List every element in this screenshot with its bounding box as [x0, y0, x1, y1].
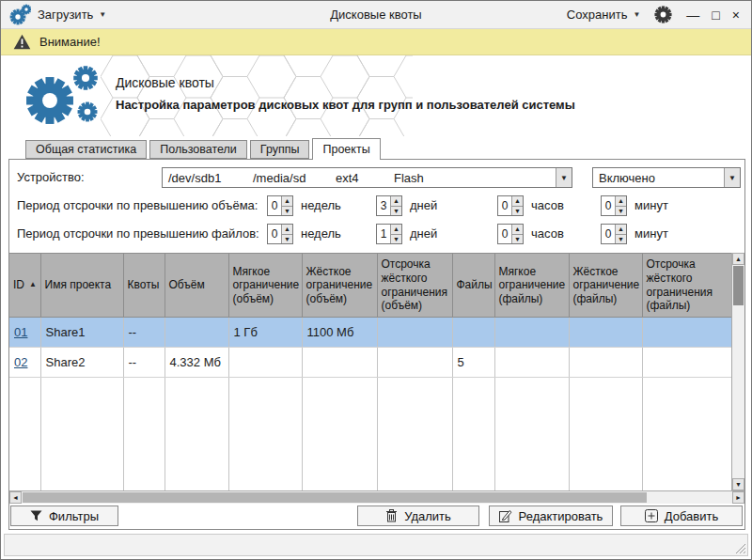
spin-value[interactable]: 0 — [498, 225, 511, 243]
grace-volume-hours-spinbox[interactable]: 0 ▲▼ — [497, 195, 524, 216]
dropdown-arrow-icon[interactable]: ▼ — [724, 168, 740, 187]
tab-users[interactable]: Пользователи — [149, 140, 247, 159]
save-menu-button[interactable]: Сохранить ▼ — [567, 8, 641, 22]
delete-button[interactable]: Удалить — [357, 506, 479, 526]
grace-volume-label: Период отсрочки по превышению объёма: — [17, 195, 258, 216]
grace-volume-minutes-spinbox[interactable]: 0 ▲▼ — [601, 195, 627, 216]
project-id-link[interactable]: 02 — [14, 355, 27, 369]
spin-up-icon[interactable]: ▲ — [616, 196, 626, 207]
spin-up-icon[interactable]: ▲ — [282, 225, 292, 235]
save-menu-label: Сохранить — [567, 8, 628, 22]
table-row[interactable]: 01 Share1 -- 1 Гб 1100 Мб — [9, 318, 731, 348]
tab-general-stats[interactable]: Общая статистика — [25, 140, 147, 159]
scroll-down-icon[interactable]: ▼ — [732, 478, 744, 490]
resize-grip[interactable] — [734, 542, 746, 554]
spin-down-icon[interactable]: ▼ — [616, 235, 626, 244]
device-mount-point: /media/sd — [253, 171, 336, 185]
device-name: Flash — [394, 171, 424, 185]
spin-value[interactable]: 1 — [377, 225, 390, 243]
spin-value[interactable]: 0 — [268, 225, 281, 243]
grace-files-minutes-spinbox[interactable]: 0 ▲▼ — [601, 224, 627, 244]
unit-label-hours: часов — [531, 224, 564, 244]
scroll-up-icon[interactable]: ▲ — [732, 253, 744, 265]
column-header-quotas[interactable]: Квоты — [123, 254, 164, 318]
grace-volume-weeks-spinbox[interactable]: 0 ▲▼ — [267, 195, 293, 216]
column-header-project-name[interactable]: Имя проекта — [40, 254, 123, 318]
table-row[interactable]: 02 Share2 -- 4.332 Мб 5 — [9, 348, 731, 378]
spin-value[interactable]: 0 — [268, 196, 281, 215]
vertical-scrollbar-thumb[interactable] — [733, 266, 744, 305]
scroll-right-icon[interactable]: ► — [732, 491, 744, 504]
spin-down-icon[interactable]: ▼ — [282, 235, 292, 244]
dropdown-arrow-icon[interactable]: ▼ — [556, 168, 572, 187]
device-select[interactable]: /dev/sdb1 /media/sd ext4 Flash ▼ — [162, 167, 572, 188]
cell-soft-limit-volume: 1 Гб — [228, 318, 302, 348]
column-header-id[interactable]: ID▲ — [9, 254, 40, 318]
horizontal-scrollbar-thumb[interactable] — [23, 492, 647, 503]
spin-down-icon[interactable]: ▼ — [391, 207, 401, 216]
column-header-hard-limit-volume[interactable]: Жёсткое ограничение (объём) — [302, 254, 377, 318]
grace-volume-days-spinbox[interactable]: 3 ▲▼ — [376, 195, 402, 216]
load-menu-button[interactable]: Загрузить ▼ — [38, 8, 106, 22]
spin-up-icon[interactable]: ▲ — [391, 225, 401, 235]
spin-up-icon[interactable]: ▲ — [512, 225, 523, 235]
spin-down-icon[interactable]: ▼ — [282, 207, 292, 216]
device-label: Устройство: — [17, 167, 85, 188]
column-header-volume[interactable]: Объём — [164, 254, 228, 318]
trash-icon — [385, 509, 398, 522]
unit-label-days: дней — [410, 195, 437, 216]
vertical-scrollbar[interactable]: ▲ ▼ — [731, 253, 744, 490]
maximize-button[interactable]: □ — [712, 8, 719, 23]
spin-value[interactable]: 0 — [602, 196, 615, 215]
cell-id: 01 — [9, 318, 40, 348]
column-header-soft-limit-files[interactable]: Мягкое ограничение (файлы) — [494, 254, 569, 318]
spin-up-icon[interactable]: ▲ — [282, 196, 292, 207]
grace-files-days-spinbox[interactable]: 1 ▲▼ — [376, 224, 402, 244]
spin-down-icon[interactable]: ▼ — [512, 235, 523, 244]
edit-button[interactable]: Редактировать — [489, 506, 613, 526]
settings-gear-icon[interactable] — [654, 6, 672, 23]
cell-grace-files — [642, 348, 731, 378]
close-button[interactable]: × — [732, 8, 740, 23]
cell-hard-limit-volume — [302, 348, 377, 378]
add-button[interactable]: Добавить — [620, 506, 743, 526]
spin-down-icon[interactable]: ▼ — [391, 235, 401, 244]
scroll-left-icon[interactable]: ◄ — [9, 491, 22, 504]
spin-up-icon[interactable]: ▲ — [616, 225, 626, 235]
grace-files-weeks-spinbox[interactable]: 0 ▲▼ — [267, 224, 293, 244]
cell-project-name: Share2 — [40, 348, 123, 378]
spin-value[interactable]: 0 — [498, 196, 511, 215]
warning-text: Внимание! — [39, 35, 101, 49]
cell-grace-volume — [377, 348, 452, 378]
app-gears-icon — [8, 4, 31, 26]
spin-down-icon[interactable]: ▼ — [616, 207, 626, 216]
spin-value[interactable]: 3 — [377, 196, 390, 215]
project-id-link[interactable]: 01 — [14, 325, 27, 339]
column-header-grace-files[interactable]: Отсрочка жёсткого ограничения (файлы) — [642, 254, 731, 318]
unit-label-minutes: минут — [634, 224, 668, 244]
cell-soft-limit-files — [494, 348, 569, 378]
grace-files-hours-spinbox[interactable]: 0 ▲▼ — [497, 224, 524, 244]
horizontal-scrollbar[interactable]: ◄ ► — [9, 490, 744, 504]
cell-hard-limit-files — [569, 348, 642, 378]
warning-banner: Внимание! — [1, 29, 751, 55]
tab-projects[interactable]: Проекты — [312, 138, 380, 160]
spin-up-icon[interactable]: ▲ — [512, 196, 523, 207]
spin-up-icon[interactable]: ▲ — [391, 196, 401, 207]
column-header-hard-limit-files[interactable]: Жёсткое ограничение (файлы) — [569, 254, 642, 318]
column-header-files[interactable]: Файлы — [452, 254, 494, 318]
cell-project-name: Share1 — [40, 318, 123, 348]
tab-groups[interactable]: Группы — [250, 140, 310, 159]
filters-button[interactable]: Фильтры — [10, 506, 118, 526]
unit-label-minutes: минут — [634, 195, 668, 216]
load-menu-label: Загрузить — [38, 8, 93, 22]
spin-down-icon[interactable]: ▼ — [512, 207, 523, 216]
minimize-button[interactable]: — — [686, 8, 699, 23]
add-label: Добавить — [665, 509, 718, 523]
quota-state-select[interactable]: Включено ▼ — [592, 167, 741, 188]
cell-files — [452, 318, 494, 348]
cell-grace-volume — [377, 318, 452, 348]
spin-value[interactable]: 0 — [602, 225, 615, 243]
column-header-soft-limit-volume[interactable]: Мягкое ограничение (объём) — [228, 254, 302, 318]
column-header-grace-volume[interactable]: Отсрочка жёсткого ограничения (объём) — [377, 254, 452, 318]
